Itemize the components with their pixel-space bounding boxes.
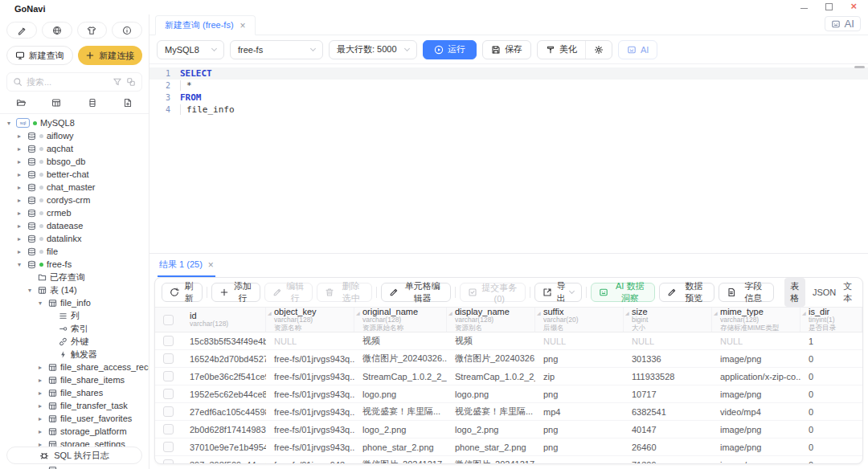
cell[interactable]: 301336 bbox=[624, 354, 712, 364]
editor-line[interactable]: 1SELECT bbox=[149, 67, 868, 80]
row-checkbox[interactable] bbox=[163, 424, 174, 434]
cell[interactable]: phone_star_2.png bbox=[354, 442, 447, 452]
cell[interactable]: StreamCap_1.0.2_2_... bbox=[354, 372, 447, 381]
run-button[interactable]: 运行 bbox=[423, 40, 477, 59]
cell[interactable]: 0 bbox=[800, 372, 862, 381]
cell[interactable]: 71309 bbox=[624, 460, 712, 464]
sort-icon[interactable]: ◢ bbox=[268, 310, 272, 316]
new-connection-button[interactable]: 新建连接 bbox=[78, 46, 143, 65]
cell[interactable]: 10717 bbox=[624, 389, 712, 399]
cell[interactable]: 15c83b5f534f49e4b... bbox=[182, 336, 266, 346]
maximize-icon[interactable] bbox=[825, 3, 833, 10]
table-row[interactable]: 16524b2d70bd4527...free-fs/01jrvgs943q..… bbox=[155, 350, 862, 368]
column-header-suffix[interactable]: ◢suffixvarchar(20)后缀名 bbox=[535, 308, 624, 332]
tree-item-索引[interactable]: 索引 bbox=[0, 322, 149, 335]
tree-item-file_share_items[interactable]: ▸file_share_items bbox=[0, 373, 149, 386]
cell[interactable]: NULL bbox=[535, 336, 624, 346]
tree-item-表 (14)[interactable]: ▾表 (14) bbox=[0, 283, 149, 296]
sort-icon[interactable]: ◢ bbox=[448, 310, 452, 316]
refresh-button[interactable]: 刷新 bbox=[162, 283, 203, 302]
close-tab-icon[interactable]: × bbox=[240, 22, 246, 30]
cell[interactable]: NULL bbox=[266, 336, 354, 346]
chevron-down-icon[interactable]: ▾ bbox=[26, 287, 34, 294]
field-info-button[interactable]: 字段信息 bbox=[719, 283, 774, 302]
tree-item-file[interactable]: ▸file bbox=[0, 245, 149, 258]
close-tab-icon[interactable]: × bbox=[208, 261, 214, 269]
settings-button[interactable] bbox=[586, 41, 612, 59]
column-header-mime_type[interactable]: ◢mime_typevarchar(128)存储标准MIME类型 bbox=[712, 308, 800, 332]
cell[interactable]: logo_2.png bbox=[354, 425, 447, 434]
smart-filter-icon[interactable] bbox=[126, 77, 136, 87]
sort-icon[interactable]: ◢ bbox=[625, 310, 629, 316]
globe-button[interactable] bbox=[42, 22, 72, 39]
column-header-display_name[interactable]: ◢display_namevarchar(128)资源别名 bbox=[447, 308, 535, 332]
cell[interactable]: free-fs/01jrvgs943q... bbox=[266, 460, 354, 464]
ai-insight-button[interactable]: AI 数据洞察 bbox=[591, 283, 655, 302]
chevron-right-icon[interactable]: ▸ bbox=[15, 171, 23, 178]
sql-log-button[interactable]: SQL 执行日志 bbox=[6, 447, 142, 464]
cell[interactable]: png bbox=[535, 389, 624, 399]
tree-item-列[interactable]: 列 bbox=[0, 309, 149, 322]
view-table[interactable]: 表格 bbox=[784, 278, 805, 307]
ai-panel-button[interactable]: AI bbox=[825, 16, 861, 31]
table-row[interactable]: 37010e9e7e1b4954...free-fs/01jrvgs943q..… bbox=[155, 438, 862, 456]
chevron-right-icon[interactable]: ▸ bbox=[36, 377, 44, 384]
beautify-button[interactable]: 美化 bbox=[538, 41, 585, 59]
cell[interactable]: 37010e9e7e1b4954... bbox=[182, 442, 266, 452]
chevron-down-icon[interactable]: ▾ bbox=[5, 120, 13, 127]
row-checkbox[interactable] bbox=[163, 406, 174, 417]
tree-item-crmeb[interactable]: ▸crmeb bbox=[0, 206, 149, 219]
cell[interactable]: image/png bbox=[712, 389, 800, 399]
table-row[interactable]: 1952e5c62eb44ce8...free-fs/01jrvgs943q..… bbox=[155, 385, 862, 403]
table-row[interactable]: 397a398f509a44aa9...free-fs/01jrvgs943q.… bbox=[155, 456, 862, 463]
view-text[interactable]: 文本 bbox=[843, 280, 853, 304]
cell-editor-button[interactable]: 单元格编辑器 bbox=[381, 283, 451, 302]
table-row[interactable]: 17e0be36c2f541ce9...free-fs/01jrvgs943q.… bbox=[155, 368, 862, 385]
cell[interactable]: free-fs/01jrvgs943q... bbox=[266, 407, 354, 417]
tree-item-aiflowy[interactable]: ▸aiflowy bbox=[0, 129, 149, 142]
sql-editor[interactable]: 1SELECT2*3FROM4file_info bbox=[149, 64, 868, 253]
ai-button[interactable]: AI bbox=[618, 40, 657, 59]
cell[interactable]: 微信图片_20241217... bbox=[447, 459, 535, 463]
cell[interactable]: 16524b2d70bd4527... bbox=[182, 354, 266, 364]
cell[interactable]: NULL bbox=[624, 336, 712, 346]
filter-icon[interactable] bbox=[113, 77, 122, 87]
cell[interactable]: 微信图片_20240326... bbox=[354, 353, 447, 365]
chevron-right-icon[interactable]: ▸ bbox=[15, 235, 23, 243]
cell[interactable]: png bbox=[535, 460, 624, 464]
editor-line[interactable]: 3FROM bbox=[149, 92, 868, 104]
chevron-right-icon[interactable]: ▸ bbox=[15, 133, 23, 140]
cell[interactable]: 2b0d628f17414983... bbox=[182, 425, 266, 434]
chevron-right-icon[interactable]: ▸ bbox=[15, 145, 23, 153]
cell[interactable]: 111933528 bbox=[624, 372, 712, 381]
chevron-down-icon[interactable]: ▾ bbox=[15, 261, 23, 268]
close-icon[interactable]: × bbox=[850, 2, 857, 10]
cell[interactable]: application/x-zip-co... bbox=[712, 372, 800, 381]
chevron-right-icon[interactable]: ▸ bbox=[15, 184, 23, 191]
tree-item-dataease[interactable]: ▸dataease bbox=[0, 219, 149, 232]
chevron-right-icon[interactable]: ▸ bbox=[36, 364, 44, 371]
editor-line[interactable]: 2* bbox=[149, 80, 868, 92]
column-header-original_name[interactable]: ◢original_namevarchar(128)资源原始名称 bbox=[354, 308, 447, 332]
chevron-right-icon[interactable]: ▸ bbox=[36, 389, 44, 397]
cell[interactable]: 0 bbox=[800, 354, 862, 364]
cell[interactable]: 397a398f509a44aa9... bbox=[182, 460, 266, 464]
chevron-down-icon[interactable]: ▾ bbox=[36, 300, 44, 307]
view-json[interactable]: JSON bbox=[813, 288, 836, 297]
cell[interactable]: image/png bbox=[712, 425, 800, 434]
file-view-icon[interactable] bbox=[123, 98, 133, 108]
theme-button[interactable] bbox=[77, 22, 108, 39]
database-view-icon[interactable] bbox=[88, 98, 97, 108]
connection-select[interactable]: MySQL8 bbox=[157, 40, 224, 59]
cell[interactable]: free-fs/01jrvgs943q... bbox=[266, 372, 354, 381]
cell[interactable]: image/png bbox=[712, 442, 800, 452]
cell[interactable]: free-fs/01jrvgs943q... bbox=[266, 354, 354, 364]
cell[interactable]: 0 bbox=[800, 407, 862, 417]
cell[interactable]: 40147 bbox=[624, 425, 712, 434]
cell[interactable]: free-fs/01jrvgs943q... bbox=[266, 442, 354, 452]
tree-item-file_info[interactable]: ▾file_info bbox=[0, 296, 149, 309]
chevron-right-icon[interactable]: ▸ bbox=[15, 222, 23, 230]
search-input[interactable]: 搜索... bbox=[6, 72, 142, 92]
row-checkbox[interactable] bbox=[163, 389, 174, 399]
cell[interactable]: mp4 bbox=[535, 407, 624, 417]
